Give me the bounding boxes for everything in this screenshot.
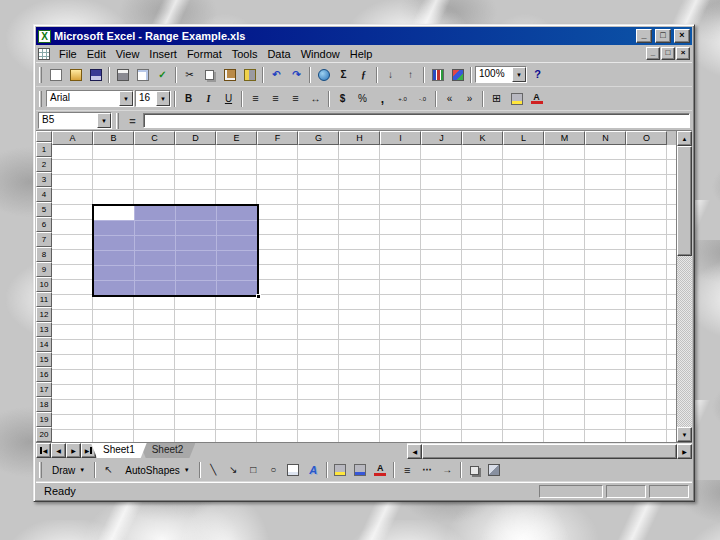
bold-button[interactable]: B — [179, 90, 198, 108]
active-cell[interactable] — [94, 206, 134, 220]
row-header-11[interactable]: 11 — [36, 292, 52, 307]
print-preview-button[interactable] — [133, 66, 152, 84]
line-button[interactable]: ╲ — [204, 461, 223, 479]
font-name-dropdown-button[interactable]: ▼ — [119, 91, 133, 106]
row-header-16[interactable]: 16 — [36, 367, 52, 382]
menu-item-tools[interactable]: Tools — [227, 47, 263, 61]
zoom-combo[interactable]: 100% ▼ — [475, 66, 527, 83]
selection-range[interactable] — [92, 204, 259, 297]
menu-item-window[interactable]: Window — [296, 47, 345, 61]
column-header-o[interactable]: O — [626, 131, 667, 145]
zoom-dropdown-button[interactable]: ▼ — [512, 67, 526, 82]
align-right-button[interactable]: ≡ — [286, 90, 305, 108]
menu-item-format[interactable]: Format — [182, 47, 227, 61]
column-header-i[interactable]: I — [380, 131, 421, 145]
select-all-button[interactable] — [36, 131, 52, 142]
row-header-10[interactable]: 10 — [36, 277, 52, 292]
new-button[interactable] — [46, 66, 65, 84]
decrease-decimal-button[interactable]: -.0 — [413, 90, 432, 108]
rectangle-button[interactable]: □ — [244, 461, 263, 479]
formula-input[interactable] — [143, 113, 690, 128]
column-header-e[interactable]: E — [216, 131, 257, 145]
dash-style-button[interactable]: ⋯ — [418, 461, 437, 479]
spelling-button[interactable]: ✓ — [153, 66, 172, 84]
menu-item-file[interactable]: File — [54, 47, 82, 61]
fill-handle[interactable] — [256, 294, 261, 299]
sheet-tab-sheet2[interactable]: Sheet2 — [140, 443, 196, 458]
row-header-3[interactable]: 3 — [36, 172, 52, 187]
paste-button[interactable] — [220, 66, 239, 84]
row-header-20[interactable]: 20 — [36, 427, 52, 442]
font-name-combo[interactable]: Arial ▼ — [46, 90, 134, 107]
maximize-button[interactable]: □ — [655, 29, 671, 43]
menu-item-view[interactable]: View — [111, 47, 145, 61]
formula-bar-drag-handle[interactable] — [116, 113, 119, 129]
previous-sheet-button[interactable]: ◀ — [51, 443, 66, 458]
scroll-left-button[interactable]: ◀ — [407, 444, 422, 459]
row-header-18[interactable]: 18 — [36, 397, 52, 412]
column-header-j[interactable]: J — [421, 131, 462, 145]
column-header-c[interactable]: C — [134, 131, 175, 145]
row-header-6[interactable]: 6 — [36, 217, 52, 232]
format-painter-button[interactable] — [240, 66, 259, 84]
row-header-13[interactable]: 13 — [36, 322, 52, 337]
line-style-button[interactable]: ≡ — [398, 461, 417, 479]
align-left-button[interactable]: ≡ — [246, 90, 265, 108]
first-sheet-button[interactable]: ◀ — [36, 443, 51, 458]
copy-button[interactable] — [200, 66, 219, 84]
menu-item-help[interactable]: Help — [345, 47, 378, 61]
row-header-14[interactable]: 14 — [36, 337, 52, 352]
row-header-2[interactable]: 2 — [36, 157, 52, 172]
increase-decimal-button[interactable]: +.0 — [393, 90, 412, 108]
autosum-button[interactable]: Σ — [334, 66, 353, 84]
font-size-combo[interactable]: 16 ▼ — [135, 90, 171, 107]
horizontal-scrollbar[interactable]: ◀ ▶ — [407, 443, 692, 459]
name-box-dropdown-button[interactable]: ▼ — [97, 113, 111, 128]
row-header-19[interactable]: 19 — [36, 412, 52, 427]
column-header-a[interactable]: A — [52, 131, 93, 145]
arrow-style-button[interactable]: → — [438, 461, 457, 479]
column-header-b[interactable]: B — [93, 131, 134, 145]
menu-item-data[interactable]: Data — [262, 47, 295, 61]
autoshapes-menu-button[interactable]: AutoShapes ▼ — [119, 461, 195, 479]
comma-button[interactable]: , — [373, 90, 392, 108]
decrease-indent-button[interactable]: « — [440, 90, 459, 108]
print-button[interactable] — [113, 66, 132, 84]
chart-wizard-button[interactable] — [428, 66, 447, 84]
toolbar-drag-handle[interactable] — [39, 91, 42, 107]
borders-button[interactable]: ⊞ — [487, 90, 506, 108]
column-header-m[interactable]: M — [544, 131, 585, 145]
sheet-tab-sheet1[interactable]: Sheet1 — [91, 443, 147, 458]
sort-descending-button[interactable]: ↑ — [401, 66, 420, 84]
row-header-5[interactable]: 5 — [36, 202, 52, 217]
sort-ascending-button[interactable]: ↓ — [381, 66, 400, 84]
fill-color-button[interactable] — [331, 461, 350, 479]
paste-function-button[interactable]: ƒ — [354, 66, 373, 84]
row-header-4[interactable]: 4 — [36, 187, 52, 202]
column-header-h[interactable]: H — [339, 131, 380, 145]
insert-hyperlink-button[interactable] — [314, 66, 333, 84]
workbook-minimize-button[interactable]: _ — [646, 47, 660, 60]
row-header-15[interactable]: 15 — [36, 352, 52, 367]
cells[interactable] — [52, 145, 676, 442]
cut-button[interactable]: ✂ — [180, 66, 199, 84]
name-box[interactable]: B5 ▼ — [38, 112, 112, 129]
row-header-17[interactable]: 17 — [36, 382, 52, 397]
scroll-up-button[interactable]: ▲ — [677, 131, 692, 146]
row-header-7[interactable]: 7 — [36, 232, 52, 247]
help-button[interactable]: ? — [528, 66, 547, 84]
row-header-12[interactable]: 12 — [36, 307, 52, 322]
menu-item-edit[interactable]: Edit — [82, 47, 111, 61]
row-header-9[interactable]: 9 — [36, 262, 52, 277]
minimize-button[interactable]: _ — [636, 29, 652, 43]
redo-button[interactable]: ↷ — [287, 66, 306, 84]
tab-split-area[interactable] — [195, 443, 407, 459]
workbook-close-button[interactable]: × — [676, 47, 690, 60]
vertical-scrollbar[interactable]: ▲ ▼ — [676, 131, 692, 442]
3d-button[interactable] — [485, 461, 504, 479]
scroll-down-button[interactable]: ▼ — [677, 427, 692, 442]
column-header-k[interactable]: K — [462, 131, 503, 145]
font-color-button[interactable]: A — [527, 90, 546, 108]
currency-button[interactable]: $ — [333, 90, 352, 108]
fill-color-button[interactable] — [507, 90, 526, 108]
